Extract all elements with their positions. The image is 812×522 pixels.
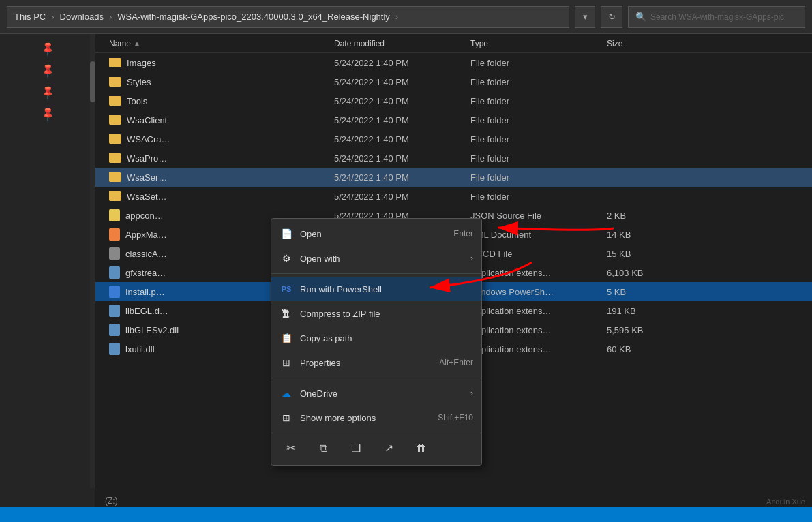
file-name-text: Install.p… — [125, 287, 165, 297]
file-icon — [109, 266, 120, 279]
file-date-cell: 5/24/2022 1:40 PM — [334, 134, 470, 144]
context-menu: 📄 Open Enter ⚙ Open with › PS Run with P… — [271, 218, 482, 466]
file-type-cell: File folder — [470, 134, 607, 144]
table-row[interactable]: WsaPro… 5/24/2022 1:40 PM File folder — [95, 149, 812, 168]
file-type-cell: File folder — [470, 77, 607, 87]
file-name-text: AppxMa… — [125, 230, 167, 240]
table-row[interactable]: WsaSer… 5/24/2022 1:40 PM File folder — [95, 168, 812, 187]
file-type-cell: File folder — [470, 96, 607, 106]
sort-arrow-icon: ▲ — [134, 40, 140, 47]
file-icon — [109, 286, 120, 298]
search-placeholder: Search WSA-with-magisk-GApps-pic — [650, 12, 784, 22]
ctx-label-openWith: Open with — [300, 254, 464, 264]
paste-icon[interactable]: ❏ — [348, 440, 364, 457]
date-column-header[interactable]: Date modified — [334, 39, 470, 48]
file-name-text: libEGL.d… — [125, 306, 168, 316]
file-icon — [109, 324, 120, 336]
file-type-cell: Application extens… — [470, 268, 607, 278]
file-name-text: WsaSet… — [127, 191, 167, 202]
file-icon — [109, 228, 120, 241]
search-icon: 🔍 — [635, 12, 646, 22]
column-headers: Name ▲ Date modified Type Size — [95, 34, 812, 53]
pin-icon-3[interactable]: 📌 — [36, 81, 59, 104]
file-name-cell: WsaClient — [109, 115, 334, 125]
size-column-header[interactable]: Size — [607, 39, 689, 48]
folder-icon — [109, 153, 121, 163]
pin-icon-1[interactable]: 📌 — [36, 37, 59, 61]
file-name-text: WSACra… — [127, 134, 170, 144]
table-row[interactable]: Styles 5/24/2022 1:40 PM File folder — [95, 72, 812, 91]
table-row[interactable]: WsaSet… 5/24/2022 1:40 PM File folder — [95, 187, 812, 206]
context-menu-item-properties[interactable]: ⊞ Properties Alt+Enter — [271, 350, 481, 375]
ctx-arrow-oneDrive: › — [470, 388, 473, 398]
cut-icon[interactable]: ✂ — [282, 440, 299, 457]
search-box[interactable]: 🔍 Search WSA-with-magisk-GApps-pic — [628, 6, 805, 28]
file-type-cell: XML Document — [470, 230, 607, 240]
folder-crumb[interactable]: WSA-with-magisk-GApps-pico_2203.40000.3.… — [117, 12, 390, 22]
ctx-icon-runPowerShell: PS — [280, 282, 293, 296]
sidebar: 📌 📌 📌 📌 — [0, 34, 95, 522]
file-type-cell: File folder — [470, 191, 607, 202]
file-date-cell: 5/24/2022 1:40 PM — [334, 172, 470, 183]
file-date-cell: 5/24/2022 1:40 PM — [334, 191, 470, 202]
sep3: › — [395, 12, 398, 22]
table-row[interactable]: Tools 5/24/2022 1:40 PM File folder — [95, 91, 812, 110]
folder-icon — [109, 58, 121, 67]
copy-icon[interactable]: ⧉ — [315, 440, 331, 457]
file-area: Name ▲ Date modified Type Size Images 5/… — [95, 34, 812, 522]
file-name-text: appcon… — [125, 211, 164, 221]
ctx-icon-copyPath: 📋 — [280, 331, 293, 345]
dropdown-chevron[interactable]: ▾ — [575, 6, 595, 28]
context-menu-item-open[interactable]: 📄 Open Enter — [271, 221, 481, 246]
share-icon[interactable]: ↗ — [380, 440, 397, 457]
ctx-icon-open: 📄 — [280, 227, 293, 241]
context-menu-item-copyPath[interactable]: 📋 Copy as path — [271, 326, 481, 350]
name-column-header[interactable]: Name ▲ — [109, 39, 334, 48]
file-date-cell: 5/24/2022 1:40 PM — [334, 77, 470, 87]
ctx-shortcut-showMore: Shift+F10 — [438, 413, 473, 423]
status-bar — [0, 507, 812, 522]
folder-icon — [109, 115, 121, 125]
ctx-arrow-openWith: › — [470, 254, 473, 263]
context-menu-item-openWith[interactable]: ⚙ Open with › — [271, 246, 481, 271]
file-type-cell: SCCD File — [470, 249, 607, 259]
folder-icon — [109, 191, 121, 201]
file-type-cell: File folder — [470, 172, 607, 183]
ctx-shortcut-properties: Alt+Enter — [439, 358, 473, 367]
file-name-cell: WsaPro… — [109, 153, 334, 164]
folder-icon — [109, 172, 121, 182]
sep1: › — [51, 12, 54, 22]
pin-icon-2[interactable]: 📌 — [36, 59, 59, 82]
file-icon — [109, 305, 120, 317]
ctx-label-copyPath: Copy as path — [300, 333, 473, 343]
pin-icon-4[interactable]: 📌 — [36, 103, 59, 126]
context-menu-item-compressZip[interactable]: 🗜 Compress to ZIP file — [271, 301, 481, 326]
downloads-crumb[interactable]: Downloads — [60, 12, 104, 22]
file-type-cell: File folder — [470, 115, 607, 125]
refresh-button[interactable]: ↻ — [601, 6, 622, 28]
context-menu-item-runPowerShell[interactable]: PS Run with PowerShell — [271, 277, 481, 301]
file-name-cell: Images — [109, 58, 334, 68]
ctx-label-open: Open — [300, 229, 447, 239]
table-row[interactable]: Images 5/24/2022 1:40 PM File folder — [95, 53, 812, 72]
file-size-cell: 6,103 KB — [607, 268, 689, 278]
file-type-cell: Application extens… — [470, 344, 607, 354]
file-type-cell: Application extens… — [470, 306, 607, 316]
table-row[interactable]: WSACra… 5/24/2022 1:40 PM File folder — [95, 129, 812, 149]
folder-icon — [109, 77, 121, 87]
file-size-cell: 191 KB — [607, 306, 689, 316]
table-row[interactable]: WsaClient 5/24/2022 1:40 PM File folder — [95, 110, 812, 129]
ctx-icon-oneDrive: ☁ — [280, 386, 293, 400]
this-pc-crumb[interactable]: This PC — [14, 12, 46, 22]
context-menu-item-oneDrive[interactable]: ☁ OneDrive › — [271, 381, 481, 405]
ctx-label-showMore: Show more options — [300, 413, 431, 423]
file-type-cell: File folder — [470, 58, 607, 68]
delete-icon[interactable]: 🗑 — [413, 440, 430, 457]
file-date-cell: 5/24/2022 1:40 PM — [334, 115, 470, 125]
type-column-header[interactable]: Type — [470, 39, 607, 48]
address-path[interactable]: This PC › Downloads › WSA-with-magisk-GA… — [7, 6, 569, 28]
ctx-icon-compressZip: 🗜 — [280, 307, 293, 320]
file-size-cell: 60 KB — [607, 344, 689, 354]
file-name-text: Styles — [127, 77, 151, 87]
context-menu-item-showMore[interactable]: ⊞ Show more options Shift+F10 — [271, 405, 481, 430]
